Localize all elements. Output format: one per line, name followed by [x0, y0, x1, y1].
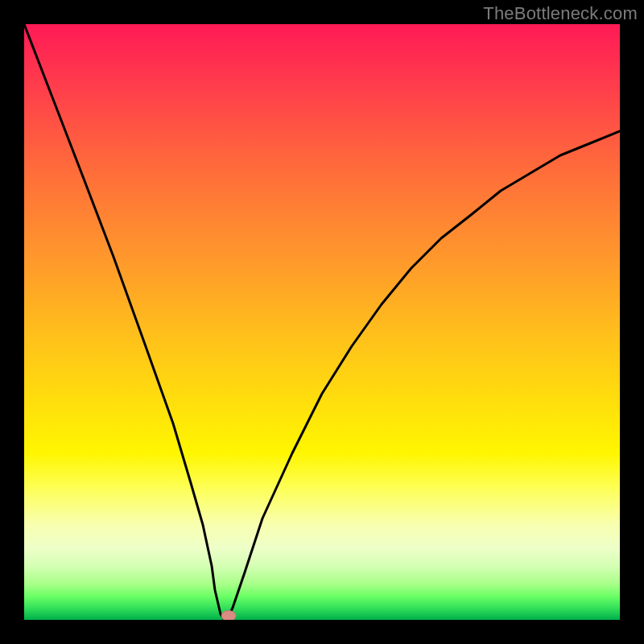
watermark-text: TheBottleneck.com — [483, 3, 638, 24]
curve-layer — [24, 24, 620, 620]
plot-area — [24, 24, 620, 620]
bottleneck-curve — [24, 24, 620, 619]
chart-frame: TheBottleneck.com — [0, 0, 644, 644]
bottleneck-marker — [221, 611, 236, 621]
